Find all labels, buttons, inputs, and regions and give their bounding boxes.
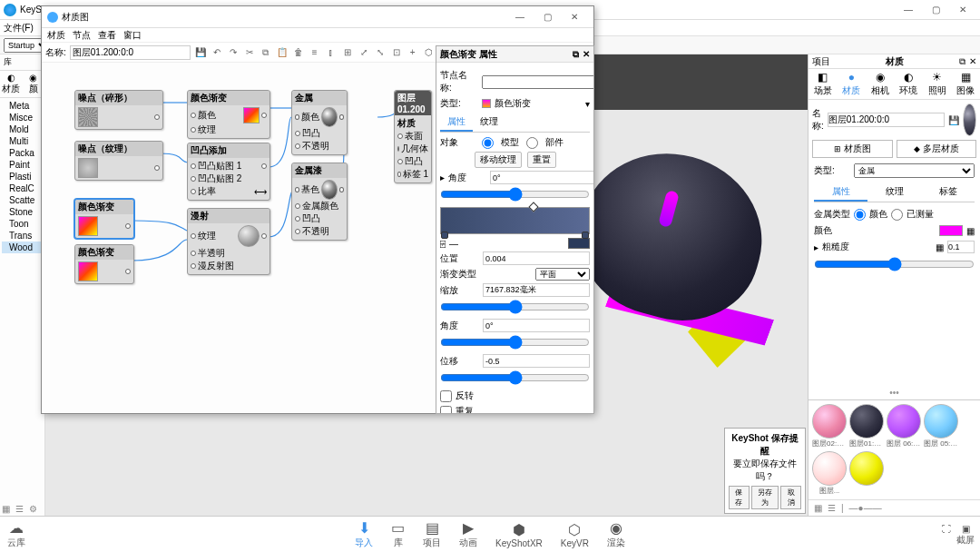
lib-tab-material[interactable]: ◐材质 <box>0 71 23 97</box>
lib-view-list-icon[interactable]: ☰ <box>15 504 24 514</box>
collapse-icon[interactable]: ⤡ <box>374 46 387 59</box>
node-noise-texture[interactable]: 噪点（纹理） <box>74 141 163 181</box>
roughness-input[interactable] <box>947 241 975 253</box>
multi-material-button[interactable]: ◆ 多层材质 <box>897 140 977 158</box>
redo-icon[interactable]: ↷ <box>227 46 240 59</box>
gradient-editor[interactable] <box>440 207 590 234</box>
swatch-item[interactable]: 图层 06:9... <box>887 404 921 448</box>
subtab-texture[interactable]: 纹理 <box>867 183 921 202</box>
swatch-zoom-slider[interactable]: —●—— <box>849 503 882 513</box>
metaltype-color-radio[interactable] <box>854 209 866 221</box>
rd-tab-scene[interactable]: ◧场景 <box>808 69 838 99</box>
ftab-import[interactable]: ⬇导入 <box>355 519 373 549</box>
node-metal-paint[interactable]: 金属漆 基色 金属颜色 凹凸 不透明 <box>291 163 348 241</box>
position-input[interactable] <box>483 251 590 265</box>
library-tree[interactable]: MetaMisceMold MultiPackaPaint PlastiReal… <box>0 98 44 255</box>
mode-part-radio[interactable] <box>526 137 538 149</box>
delete-stop-icon[interactable]: — <box>449 239 458 249</box>
mg-menu-node[interactable]: 节点 <box>73 29 91 42</box>
angle2-slider[interactable] <box>440 335 590 350</box>
dock-close-icon[interactable]: ✕ <box>969 56 976 66</box>
node-color-gradient-2[interactable]: 颜色渐变 <box>74 244 134 284</box>
invert-checkbox[interactable] <box>440 390 452 402</box>
cut-icon[interactable]: ✂ <box>243 46 256 59</box>
mode-model-radio[interactable] <box>482 137 494 149</box>
scale-input[interactable] <box>483 283 590 297</box>
rd-save-icon[interactable]: 💾 <box>948 115 959 125</box>
dialog-close-icon[interactable]: ✕ <box>561 8 588 26</box>
lib-view-grid-icon[interactable]: ▦ <box>2 504 10 514</box>
fullscreen-icon[interactable]: ⛶ <box>942 524 951 547</box>
dialog-min-icon[interactable]: — <box>506 8 534 26</box>
node-material-out[interactable]: 图层01.200 材质 表面 几何体 凹凸 标签 1 <box>394 90 432 183</box>
ftab-animation[interactable]: ▶动画 <box>459 519 477 549</box>
rd-tab-lighting[interactable]: ☀照明 <box>923 69 952 99</box>
node-diffuse[interactable]: 漫射 纹理 半透明 漫反射图 <box>187 208 270 275</box>
subtab-label[interactable]: 标签 <box>921 183 975 202</box>
tab-texture[interactable]: 纹理 <box>473 113 505 132</box>
repeat-checkbox[interactable] <box>440 406 452 414</box>
cloud-library-button[interactable]: ☁云库 <box>7 519 25 549</box>
angle2-input[interactable] <box>483 319 590 332</box>
material-preview-sphere[interactable] <box>963 104 976 136</box>
rd-name-input[interactable] <box>828 113 945 127</box>
mg-name-input[interactable] <box>70 45 191 60</box>
color-texture-icon[interactable]: ▦ <box>966 226 975 236</box>
angle-slider[interactable] <box>440 187 590 202</box>
swatch-list-icon[interactable]: ☰ <box>828 503 836 513</box>
rd-tab-camera[interactable]: ◉相机 <box>866 69 895 99</box>
metaltype-measured-radio[interactable] <box>891 209 903 221</box>
stop-color-swatch[interactable] <box>568 238 590 249</box>
rd-tab-image[interactable]: ▦图像 <box>952 69 981 99</box>
node-noise-fractal[interactable]: 噪点（碎形） <box>74 90 163 130</box>
swatch-item[interactable]: 图层01:20... <box>849 404 884 448</box>
node-color-gradient-top[interactable]: 颜色渐变 颜色 纹理 <box>187 90 270 139</box>
node-name-input[interactable] <box>482 75 593 89</box>
bookmark-icon[interactable]: ⬡ <box>423 46 436 59</box>
mg-menu-window[interactable]: 窗口 <box>123 29 142 42</box>
ftab-library[interactable]: ▭库 <box>391 519 405 549</box>
rd-tab-material[interactable]: ●材质 <box>838 69 867 99</box>
close-icon[interactable]: ✕ <box>949 1 976 19</box>
shift-slider[interactable] <box>440 370 590 385</box>
ftab-project[interactable]: ▤项目 <box>423 519 441 549</box>
shift-input[interactable] <box>483 354 590 368</box>
screenshot-button[interactable]: ▣截屏 <box>956 524 975 547</box>
delete-icon[interactable]: 🗑 <box>292 46 305 59</box>
save-icon[interactable]: 💾 <box>194 46 207 59</box>
roughness-slider[interactable] <box>814 257 975 271</box>
add-icon[interactable]: + <box>407 46 419 59</box>
align-h-icon[interactable]: ≡ <box>309 46 321 59</box>
mg-menu-material[interactable]: 材质 <box>47 29 65 42</box>
swatch-item[interactable]: 图层02:25... <box>812 404 847 448</box>
minimize-icon[interactable]: — <box>895 1 922 19</box>
ftab-keyvr[interactable]: ⬡KeyVR <box>561 521 589 548</box>
rd-tab-environment[interactable]: ◐环境 <box>895 69 924 99</box>
reset-button[interactable]: 重置 <box>527 152 556 168</box>
subtab-properties[interactable]: 属性 <box>814 183 867 202</box>
material-type-select[interactable]: 金属 <box>854 163 975 178</box>
rough-texture-icon[interactable]: ▦ <box>936 242 944 252</box>
color-swatch[interactable] <box>939 225 963 236</box>
swatch-item[interactable]: 图层 05:7... <box>924 404 958 448</box>
angle-input[interactable] <box>490 171 593 184</box>
dock-tab-project[interactable]: 项目 <box>812 55 830 68</box>
swatch-grid-icon[interactable]: ▦ <box>814 503 822 513</box>
paste-icon[interactable]: 📋 <box>276 46 289 59</box>
props-close-icon[interactable]: ✕ <box>583 49 590 59</box>
ftab-keyshotxr[interactable]: ⬢KeyShotXR <box>495 521 543 548</box>
ftab-render[interactable]: ◉渲染 <box>607 519 625 549</box>
swatch-item[interactable] <box>849 451 884 496</box>
node-metal[interactable]: 金属 颜色 凹凸 不透明 <box>291 90 348 155</box>
move-texture-button[interactable]: 移动纹理 <box>475 152 522 168</box>
dock-icon[interactable]: ⧉ <box>573 49 579 60</box>
align-v-icon[interactable]: ⫿ <box>325 46 338 59</box>
layout-icon[interactable]: ⊞ <box>341 46 354 59</box>
swatch-item[interactable]: 图层... <box>812 451 847 496</box>
expand-icon[interactable]: ⤢ <box>358 46 370 59</box>
copy-icon[interactable]: ⧉ <box>260 46 272 59</box>
mg-menu-view[interactable]: 查看 <box>98 29 116 42</box>
cancel-button[interactable]: 取消 <box>780 486 801 509</box>
dialog-max-icon[interactable]: ▢ <box>534 8 561 26</box>
fit-icon[interactable]: ⊡ <box>390 46 403 59</box>
